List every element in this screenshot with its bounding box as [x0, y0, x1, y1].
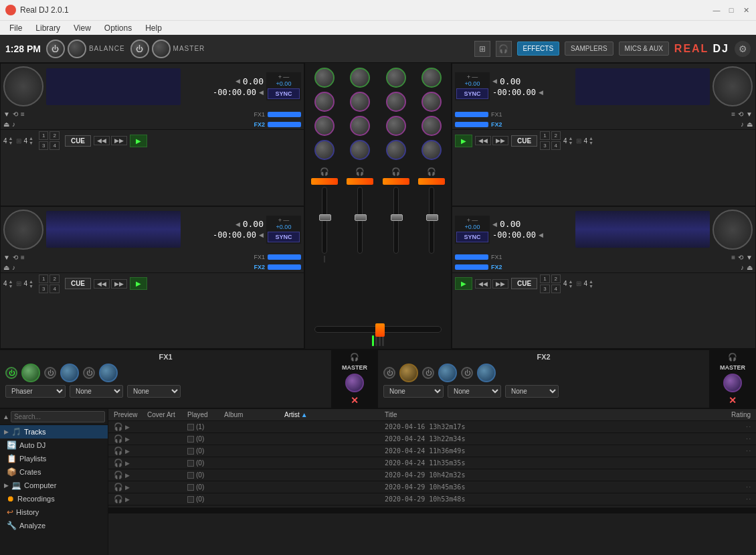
menu-library[interactable]: Library: [29, 22, 67, 34]
fx1-power-button[interactable]: ⏻: [5, 367, 17, 379]
deck3-minus[interactable]: —: [283, 217, 289, 224]
power-icon[interactable]: ⏻: [46, 39, 65, 58]
col-header-artist[interactable]: Artist ▲: [284, 411, 385, 418]
deck4-cue-button[interactable]: CUE: [511, 278, 537, 289]
fx1-power-2-button[interactable]: ⏻: [44, 367, 56, 379]
fader4-track[interactable]: [429, 187, 434, 254]
deck1-icon-copy[interactable]: ⊞: [16, 137, 21, 145]
deck2-icon-copy[interactable]: ⊞: [576, 137, 581, 145]
row4-play-icon[interactable]: ▶: [125, 472, 130, 479]
deck3-num2-arrows[interactable]: ▲ ▼: [29, 279, 33, 289]
fader2-orange-handle[interactable]: [347, 178, 373, 185]
deck4-next-btn[interactable]: ▶▶: [492, 279, 508, 289]
col-header-preview[interactable]: Preview: [114, 411, 147, 418]
fx2-effect3-select[interactable]: None: [505, 385, 559, 398]
deck2-time-arrow[interactable]: ◀: [539, 89, 543, 96]
deck2-num2-up[interactable]: ▲: [569, 136, 573, 141]
minimize-button[interactable]: —: [712, 5, 721, 15]
deck1-icon-loop[interactable]: ⟲: [13, 110, 18, 118]
deck4-hotcue-4[interactable]: 4: [551, 285, 561, 293]
col-header-coverart[interactable]: Cover Art: [147, 411, 187, 418]
row1-play-icon[interactable]: ▶: [125, 436, 130, 443]
row5-checkbox[interactable]: [187, 484, 194, 491]
fx1-effect1-select[interactable]: Phaser: [5, 385, 66, 398]
deck3-num2-down[interactable]: ▼: [29, 284, 33, 289]
deck2-hotcue-4[interactable]: 4: [551, 141, 561, 150]
deck1-hotcue-3[interactable]: 3: [39, 141, 48, 150]
deck1-cue-button[interactable]: CUE: [65, 135, 91, 147]
deck3-num2-up[interactable]: ▲: [29, 279, 33, 284]
deck3-num1-down[interactable]: ▼: [9, 284, 13, 289]
headphone-3-icon[interactable]: 🎧: [391, 167, 401, 176]
fx2-power-2-button[interactable]: ⏻: [422, 367, 434, 379]
fx2-knob-3[interactable]: [477, 364, 496, 382]
headphone-1-icon[interactable]: 🎧: [320, 167, 329, 176]
deck1-time-arrow[interactable]: ◀: [259, 89, 264, 96]
deck1-next-btn[interactable]: ▶▶: [111, 136, 127, 145]
row5-play-icon[interactable]: ▶: [125, 484, 130, 491]
fx2-knob-2[interactable]: [438, 364, 457, 382]
browser-item-recordings[interactable]: ⏺ Recordings: [0, 492, 108, 505]
eq-knob-4-2[interactable]: [350, 140, 370, 160]
deck3-play-button[interactable]: ▶: [130, 277, 147, 290]
deck1-icon-down[interactable]: ▼: [3, 110, 10, 118]
eq-knob-1-3[interactable]: [386, 68, 406, 88]
col-header-rating[interactable]: Rating: [704, 411, 751, 418]
deck4-icon-eject[interactable]: ⏏: [747, 264, 753, 271]
row1-checkbox[interactable]: [187, 436, 194, 443]
deck1-icon-bars[interactable]: ≡: [21, 110, 25, 118]
deck1-play-button[interactable]: ▶: [130, 135, 147, 147]
deck3-hotcue-3[interactable]: 3: [39, 285, 48, 293]
col-header-played[interactable]: Played: [187, 411, 224, 418]
deck3-sync-button[interactable]: SYNC: [268, 232, 300, 242]
menu-file[interactable]: File: [3, 22, 29, 34]
fx2-effect1-select[interactable]: None: [383, 385, 444, 398]
browser-item-crates[interactable]: 📦 Crates: [0, 465, 108, 479]
eq-knob-3-4[interactable]: [421, 116, 442, 136]
deck1-num2-arrows[interactable]: ▲ ▼: [29, 136, 33, 145]
row6-checkbox[interactable]: [187, 496, 194, 503]
master-knob[interactable]: [152, 39, 171, 58]
deck4-num1-down[interactable]: ▼: [589, 284, 593, 289]
close-button[interactable]: ✕: [741, 5, 751, 15]
deck4-num2-arrows[interactable]: ▲ ▼: [569, 279, 573, 289]
fx2-effect2-select[interactable]: None: [448, 385, 501, 398]
deck2-hotcue-2[interactable]: 2: [551, 131, 561, 140]
deck2-vinyl[interactable]: [713, 66, 753, 106]
browser-item-history[interactable]: ↩ History: [0, 505, 108, 519]
eq-knob-2-4[interactable]: [421, 92, 442, 112]
deck1-num2-down[interactable]: ▼: [29, 141, 33, 145]
maximize-button[interactable]: □: [727, 5, 736, 15]
deck4-time-arrow[interactable]: ◀: [539, 232, 543, 238]
eq-knob-2-3[interactable]: [386, 92, 406, 112]
col-header-title[interactable]: Title: [385, 411, 704, 418]
deck4-plus[interactable]: +: [467, 217, 470, 224]
eq-knob-4-4[interactable]: [421, 140, 442, 160]
deck1-num1-arrows[interactable]: ▲ ▼: [9, 136, 13, 145]
fx2-master-knob[interactable]: [723, 374, 742, 392]
deck1-tempo-arrow-left[interactable]: ◀: [235, 78, 240, 84]
fader1-orange-handle[interactable]: [311, 178, 338, 185]
eq-knob-1-2[interactable]: [350, 68, 370, 88]
deck3-vinyl[interactable]: [3, 210, 43, 250]
deck3-num1-up[interactable]: ▲: [9, 279, 13, 284]
deck4-num1-up[interactable]: ▲: [589, 279, 593, 284]
deck2-icon-eject[interactable]: ⏏: [747, 121, 753, 128]
deck2-num2-arrows[interactable]: ▲ ▼: [569, 136, 573, 145]
deck2-icon-down[interactable]: ▼: [746, 110, 753, 118]
row0-checkbox[interactable]: [187, 424, 194, 430]
browser-scroll-up-icon[interactable]: ▲: [3, 413, 9, 420]
samplers-button[interactable]: SAMPLERS: [565, 42, 613, 56]
row3-play-icon[interactable]: ▶: [125, 460, 130, 467]
master-power-icon[interactable]: ⏻: [130, 39, 149, 58]
deck3-icon-music[interactable]: ♪: [12, 264, 15, 271]
deck1-num1-up[interactable]: ▲: [9, 136, 13, 141]
fader3-track[interactable]: [393, 187, 399, 254]
browser-item-playlists[interactable]: 📋 Playlists: [0, 452, 108, 465]
deck3-icon-bars[interactable]: ≡: [21, 254, 25, 261]
row4-checkbox[interactable]: [187, 472, 194, 479]
fx1-knob-1[interactable]: [21, 364, 40, 382]
deck2-num1-up[interactable]: ▲: [589, 136, 593, 141]
row3-checkbox[interactable]: [187, 460, 194, 467]
row0-play-icon[interactable]: ▶: [125, 424, 130, 430]
